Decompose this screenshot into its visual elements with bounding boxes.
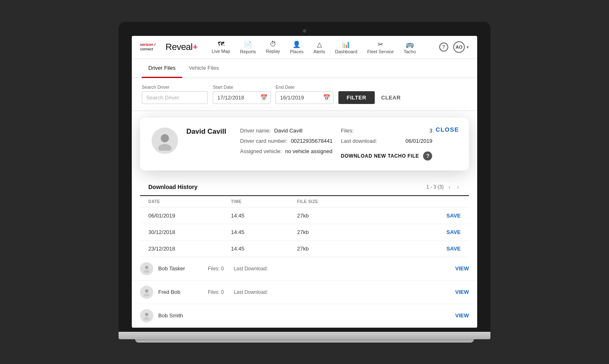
driver-name-display: David Cavill [186, 128, 232, 136]
nav-item-places[interactable]: 👤 Places [286, 38, 308, 57]
row3-size: 27kb [297, 246, 380, 252]
download-tacho-button[interactable]: DOWNLOAD NEW TACHO FILE [341, 153, 419, 159]
avatar-silhouette [155, 131, 175, 151]
camera [303, 29, 306, 33]
nav-item-replay[interactable]: ⏱ Replay [262, 38, 284, 56]
bob-tasker-view-button[interactable]: VIEW [455, 265, 469, 272]
driver-card-inner: David Cavill Driver name: David Cavill D… [152, 128, 457, 161]
download-history-section: Download History 1 - 3 (3) ‹ › DATE TIME… [140, 177, 469, 257]
start-date-group: Start Date 📅 [213, 85, 271, 104]
fred-bob-view-button[interactable]: VIEW [455, 289, 469, 295]
dashboard-icon: 📊 [342, 40, 350, 48]
bob-smith-view-button[interactable]: VIEW [455, 312, 469, 319]
nav-item-alerts[interactable]: △ Alerts [309, 38, 329, 57]
nav-label-alerts: Alerts [314, 49, 325, 54]
tab-vehicle-files[interactable]: Vehicle Files [182, 59, 226, 78]
download-help-icon[interactable]: ? [423, 151, 432, 161]
user-avatar[interactable]: AO [453, 41, 465, 53]
connect-label: ✓ [153, 43, 157, 47]
list-item: Fred Bob Files: 0 Last Download: VIEW [132, 281, 477, 304]
download-btn-row: DOWNLOAD NEW TACHO FILE ? [341, 151, 432, 161]
col-action [380, 199, 461, 204]
col-time: TIME [231, 199, 297, 204]
nav-item-fleet-service[interactable]: ✂ Fleet Service [363, 38, 398, 57]
driver-name-section: David Cavill [186, 128, 232, 137]
driver-card-field-label: Driver card number: [240, 138, 288, 144]
nav-item-live-map[interactable]: 🗺 Live Map [207, 38, 234, 56]
start-date-input[interactable] [213, 91, 271, 104]
screen-bezel: verizon✓ connect Reveal+ 🗺 Live Map 📄 Re… [119, 22, 490, 332]
nav-label-reports: Reports [240, 49, 256, 54]
row3-save-button[interactable]: SAVE [380, 246, 461, 252]
alerts-icon: △ [317, 40, 322, 48]
driver-detail-card: CLOSE David Cavill [140, 118, 469, 170]
row1-save-button[interactable]: SAVE [380, 213, 461, 219]
logo: verizon✓ connect [140, 43, 161, 52]
prev-page-button[interactable]: ‹ [447, 183, 452, 191]
driver-card-field-value: 00212935678441 [291, 138, 333, 144]
driver-thumb-bob-smith [140, 309, 153, 322]
search-driver-label: Search Driver [142, 85, 208, 90]
tabs-bar: Driver Files Vehicle Files [132, 59, 477, 78]
fred-bob-files: Files: 0 [208, 289, 224, 295]
row3-time: 14:45 [231, 246, 297, 252]
table-pagination: 1 - 3 (3) ‹ › [426, 183, 461, 191]
filter-button[interactable]: FILTER [338, 91, 375, 104]
reports-icon: 📄 [244, 40, 252, 48]
svg-point-2 [145, 266, 148, 269]
nav-item-tacho[interactable]: 🚌 Tacho [400, 38, 420, 57]
last-download-value: 06/01/2019 [405, 138, 432, 144]
end-date-label: End Date [276, 85, 333, 90]
list-item: Bob Smith VIEW [132, 304, 477, 328]
user-menu[interactable]: AO ▾ [453, 41, 469, 53]
assigned-vehicle-label: Assigned vehicle: [240, 148, 282, 154]
end-date-wrap: 📅 [276, 91, 333, 104]
start-date-label: Start Date [213, 85, 271, 90]
tab-driver-files[interactable]: Driver Files [142, 59, 182, 78]
svg-point-6 [145, 313, 148, 316]
table-header-row: Download History 1 - 3 (3) ‹ › [140, 177, 469, 196]
svg-point-5 [144, 293, 150, 296]
row3-date: 23/12/2018 [148, 246, 231, 252]
table-row: 06/01/2019 14:45 27kb SAVE [140, 208, 469, 224]
replay-icon: ⏱ [270, 40, 276, 48]
table-columns: DATE TIME FILE SIZE [140, 196, 469, 208]
nav-label-places: Places [290, 49, 304, 54]
avatar-icon [143, 288, 151, 296]
search-driver-input[interactable] [142, 91, 208, 104]
svg-point-4 [145, 289, 148, 293]
list-item: Bob Tasker Files: 0 Last Download: VIEW [132, 257, 477, 281]
bob-tasker-last-download: Last Download: [234, 266, 268, 272]
places-icon: 👤 [293, 40, 301, 48]
nav-item-dashboard[interactable]: 📊 Dashboard [331, 38, 362, 57]
user-dropdown-arrow: ▾ [466, 45, 469, 50]
plus-sign: + [193, 42, 197, 52]
next-page-button[interactable]: › [455, 183, 461, 191]
end-date-input[interactable] [276, 91, 333, 104]
nav-label-dashboard: Dashboard [335, 49, 357, 54]
help-button[interactable]: ? [439, 43, 448, 52]
nav-item-reports[interactable]: 📄 Reports [236, 38, 260, 57]
svg-point-1 [158, 144, 171, 151]
pagination-text: 1 - 3 (3) [426, 184, 444, 190]
driver-name-bob-tasker: Bob Tasker [158, 265, 208, 272]
end-date-group: End Date 📅 [276, 85, 333, 104]
driver-info-col: Driver name: David Cavill Driver card nu… [240, 128, 333, 154]
driver-name-fred-bob: Fred Bob [158, 289, 208, 295]
table-row: 30/12/2018 14:45 27kb SAVE [140, 224, 469, 241]
start-date-wrap: 📅 [213, 91, 271, 104]
table-title: Download History [148, 184, 197, 190]
tacho-icon: 🚌 [406, 40, 414, 48]
nav-label-tacho: Tacho [404, 49, 416, 54]
connect-text: connect [140, 47, 157, 52]
driver-thumb-fred-bob [140, 286, 153, 299]
driver-name-row: Driver name: David Cavill [240, 128, 333, 134]
nav-right: ? AO ▾ [439, 41, 469, 53]
avatar-icon [143, 312, 151, 320]
live-map-icon: 🗺 [218, 40, 224, 48]
row2-save-button[interactable]: SAVE [380, 229, 461, 235]
close-button[interactable]: CLOSE [435, 126, 459, 133]
clear-button[interactable]: CLEAR [380, 91, 402, 104]
row2-date: 30/12/2018 [148, 229, 231, 235]
bob-tasker-files: Files: 0 [208, 266, 224, 272]
